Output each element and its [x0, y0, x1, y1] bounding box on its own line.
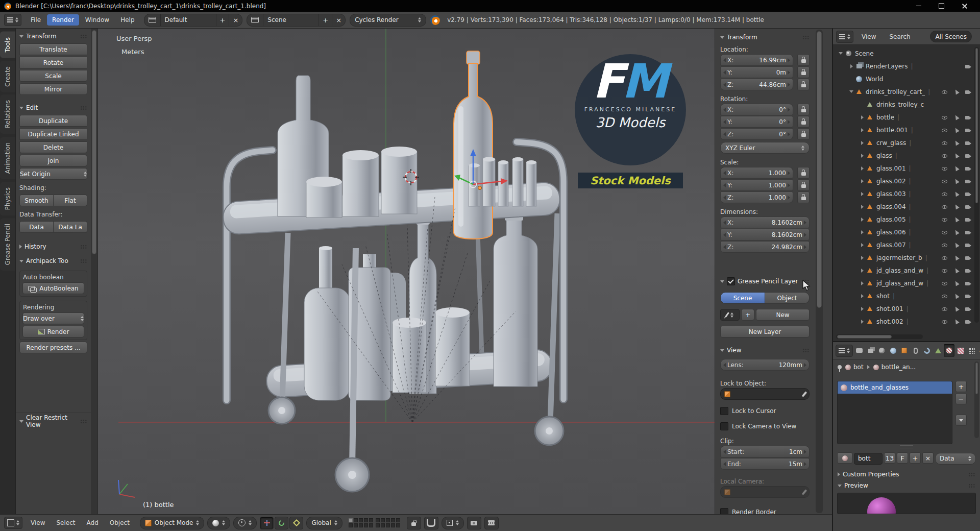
eyedropper-icon[interactable] [802, 489, 807, 495]
increment-arrow-icon[interactable] [788, 196, 790, 200]
layer-cell[interactable] [376, 518, 380, 522]
increment-arrow-icon[interactable] [804, 363, 806, 367]
outliner-row[interactable]: shot | [833, 289, 974, 302]
layer-cell[interactable] [354, 518, 358, 522]
camera-restrict-icon[interactable] [965, 127, 972, 134]
outliner-item-label[interactable]: glass.006 [876, 229, 906, 236]
eye-icon[interactable] [941, 139, 948, 147]
scene-lock-button[interactable] [407, 517, 421, 529]
cursor-restrict-icon[interactable] [953, 203, 960, 210]
panel-header-grease-pencil[interactable]: Grease Pencil Layer [720, 276, 810, 287]
menu-item[interactable]: Window [80, 14, 114, 26]
outliner-item-label[interactable]: RenderLayers [866, 63, 908, 70]
lock-icon[interactable] [797, 79, 810, 90]
material-slots-list[interactable]: bottle_and_glasses [837, 381, 952, 444]
cursor-restrict-icon[interactable] [953, 254, 960, 261]
new-material-button[interactable]: + [910, 452, 921, 464]
editor-type-button[interactable] [836, 345, 853, 357]
data-layout-button[interactable]: Data La [54, 221, 87, 233]
outliner-row[interactable]: jd_glass_and_w | [833, 264, 974, 277]
cursor-restrict-icon[interactable] [953, 152, 960, 159]
close-button[interactable] [953, 0, 976, 12]
expander-icon[interactable] [859, 269, 866, 273]
cursor-restrict-icon[interactable] [953, 229, 960, 236]
material-name-field[interactable]: bott [854, 453, 883, 465]
eye-icon[interactable] [941, 293, 948, 300]
cursor-restrict-icon[interactable] [953, 139, 960, 147]
cursor-restrict-icon[interactable] [953, 242, 960, 249]
lock-camera-checkbox[interactable] [720, 422, 728, 430]
expander-icon[interactable] [859, 243, 866, 247]
delete-scene-button[interactable]: × [332, 14, 345, 26]
outliner-row[interactable]: RenderLayers | [833, 60, 974, 73]
camera-restrict-icon[interactable] [965, 165, 972, 172]
tool-shelf-tab[interactable]: Animation [0, 137, 15, 179]
properties-tab[interactable] [955, 344, 966, 357]
properties-tab[interactable] [977, 344, 980, 357]
properties-tab[interactable] [876, 344, 887, 357]
browse-material-button[interactable] [837, 452, 852, 464]
panel-header-preview[interactable]: Preview [833, 480, 980, 491]
autoboolean-button[interactable]: AutoBoolean [22, 282, 84, 294]
layer-cell[interactable] [359, 518, 363, 522]
tool-button[interactable]: Rotate [19, 57, 87, 68]
expander-icon[interactable] [859, 320, 866, 324]
outliner-hscrollbar[interactable] [836, 334, 923, 339]
camera-restrict-icon[interactable] [965, 190, 972, 198]
properties-tab[interactable] [944, 344, 954, 357]
render-engine-select[interactable]: Cycles Render [350, 14, 426, 27]
rotate-manipulator-button[interactable] [275, 517, 288, 529]
layer-cell[interactable] [359, 523, 363, 527]
camera-restrict-icon[interactable] [965, 152, 972, 159]
scale-manipulator-button[interactable] [289, 517, 303, 529]
properties-scrollbar[interactable] [974, 361, 979, 438]
menu-item[interactable]: File [26, 14, 46, 26]
tool-button[interactable]: Translate [19, 43, 87, 55]
decrement-arrow-icon[interactable] [723, 120, 726, 124]
increment-arrow-icon[interactable] [788, 132, 790, 136]
outliner-search-menu[interactable]: Search [884, 31, 915, 42]
layer-cell[interactable] [376, 523, 380, 527]
scrollbar-thumb[interactable] [975, 48, 978, 203]
number-field[interactable]: Z: 1.000 [720, 191, 793, 203]
expander-icon[interactable] [848, 64, 855, 68]
snap-element-select[interactable] [442, 517, 464, 529]
increment-arrow-icon[interactable] [804, 245, 806, 249]
menu-item[interactable]: Select [51, 517, 80, 528]
browse-scene-icon[interactable] [247, 14, 263, 26]
cursor-restrict-icon[interactable] [953, 114, 960, 121]
decrement-arrow-icon[interactable] [723, 132, 726, 136]
outliner-item-label[interactable]: shot.002 [876, 318, 903, 325]
camera-restrict-icon[interactable] [965, 216, 972, 223]
material-slot-row[interactable]: bottle_and_glasses [838, 381, 952, 394]
tool-button[interactable]: Scale [19, 70, 87, 82]
outliner-row[interactable]: glass.004 | [833, 200, 974, 213]
increment-arrow-icon[interactable] [788, 183, 790, 187]
panel-header-transform[interactable]: Transform [19, 31, 87, 42]
outliner-item-label[interactable]: glass.002 [876, 178, 906, 185]
expander-icon[interactable] [859, 218, 866, 222]
camera-restrict-icon[interactable] [965, 305, 972, 312]
outliner-row[interactable]: jagermeister_b | [833, 251, 974, 264]
data-button[interactable]: Data [19, 221, 54, 233]
outliner-item-label[interactable]: drinks_trolley_cart_ [866, 88, 925, 95]
layer-cell[interactable] [364, 518, 368, 522]
menu-item[interactable]: Add [82, 517, 104, 528]
slot-specials-button[interactable] [955, 415, 967, 426]
properties-tab[interactable] [933, 344, 943, 357]
layer-cell[interactable] [386, 523, 390, 527]
lock-icon[interactable] [797, 66, 810, 78]
layer-cell[interactable] [369, 523, 373, 527]
panel-header-redo[interactable]: Clear Restrict View [19, 416, 87, 427]
editor-type-button[interactable] [4, 517, 22, 529]
layer-cell[interactable] [381, 523, 385, 527]
camera-restrict-icon[interactable] [965, 63, 972, 70]
expander-icon[interactable] [859, 230, 866, 234]
tool-button[interactable]: Duplicate Linked [19, 128, 87, 140]
decrement-arrow-icon[interactable] [723, 462, 726, 466]
properties-tab[interactable] [966, 344, 977, 357]
layer-cell[interactable] [396, 518, 400, 522]
outliner-row[interactable]: World | [833, 73, 974, 85]
pivot-select[interactable] [233, 517, 257, 529]
cursor-restrict-icon[interactable] [953, 88, 960, 95]
